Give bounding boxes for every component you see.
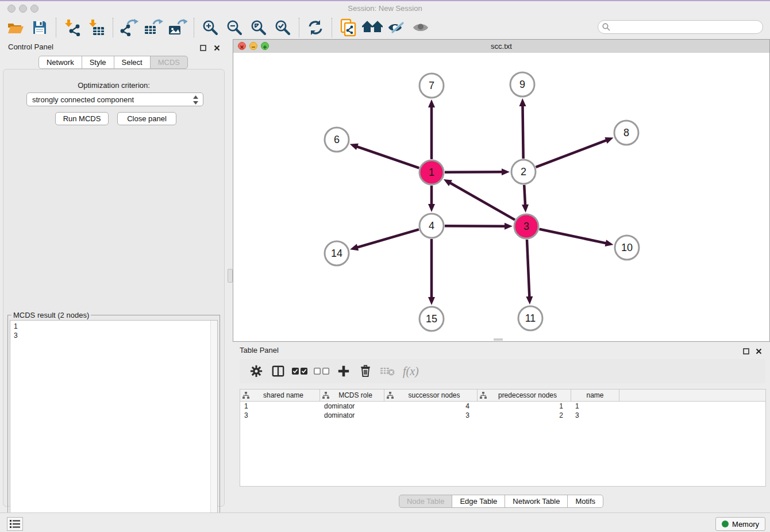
float-panel-icon[interactable]	[200, 43, 206, 53]
export-image-icon[interactable]	[167, 18, 188, 37]
import-network-icon[interactable]	[61, 18, 83, 37]
column-header-successor-nodes[interactable]: successor nodes	[384, 390, 478, 401]
cell-MCDS-role[interactable]: dominator	[320, 411, 384, 419]
zoom-out-icon[interactable]	[224, 18, 245, 37]
close-table-panel-icon[interactable]	[756, 346, 762, 357]
tab-style[interactable]: Style	[82, 56, 114, 69]
edge-arrowhead	[605, 240, 614, 246]
optimization-criterion-dropdown[interactable]: strongly connected component	[26, 92, 203, 106]
list-icon	[10, 520, 20, 528]
close-panel-button[interactable]: Close panel	[117, 112, 176, 125]
save-session-icon[interactable]	[29, 18, 51, 37]
function-builder-icon[interactable]: f(x)	[398, 361, 424, 381]
show-graphics-details-icon[interactable]	[410, 18, 432, 37]
table-options-icon[interactable]	[245, 361, 267, 381]
table-panel: Table Panel	[233, 342, 770, 512]
run-mcds-button[interactable]: Run MCDS	[55, 112, 109, 125]
edge-1-6[interactable]	[357, 147, 419, 168]
cell-shared-name[interactable]: 1	[240, 402, 320, 410]
export-table-icon[interactable]	[143, 18, 164, 37]
edge-3-11[interactable]	[527, 240, 529, 297]
toolbar-separator	[194, 18, 194, 37]
zoom-fit-icon[interactable]	[248, 18, 270, 37]
toolbar-separator	[299, 18, 299, 37]
edge-arrowhead	[428, 204, 435, 212]
optimization-criterion-label: Optimization criterion:	[3, 81, 224, 90]
column-header-shared-name[interactable]: shared name	[240, 390, 320, 401]
cell-successor-nodes[interactable]: 3	[384, 411, 478, 419]
cell-predecessor-nodes[interactable]: 2	[478, 411, 571, 419]
zoom-selected-icon[interactable]	[272, 18, 294, 37]
application-window: Session: New Session	[0, 0, 770, 532]
edge-2-3[interactable]	[524, 185, 525, 205]
column-header-name[interactable]: name	[571, 390, 619, 401]
open-session-icon[interactable]	[5, 18, 26, 37]
table-panel-title: Table Panel	[240, 346, 279, 354]
edge-arrowhead	[505, 223, 513, 230]
toolbar-separator	[113, 18, 113, 37]
edge-1-2[interactable]	[445, 172, 502, 172]
add-column-icon[interactable]	[333, 361, 355, 381]
close-panel-icon[interactable]	[214, 43, 220, 53]
toggle-column-view-icon[interactable]	[267, 361, 289, 381]
main-toolbar	[0, 16, 770, 39]
edge-2-8[interactable]	[536, 140, 607, 167]
column-header-MCDS-role[interactable]: MCDS role	[320, 390, 384, 401]
column-header-predecessor-nodes[interactable]: predecessor nodes	[478, 390, 571, 401]
table-tabs: Node TableEdge TableNetwork TableMotifs	[233, 495, 770, 508]
edge-2-9[interactable]	[522, 106, 523, 159]
edge-arrowhead	[502, 168, 510, 175]
tab-edge-table[interactable]: Edge Table	[452, 495, 505, 508]
network-graph[interactable]: 1234678910111415	[233, 53, 769, 341]
scrollbar-track[interactable]	[210, 321, 217, 527]
ndex-home-icon[interactable]	[361, 18, 383, 37]
hide-graphics-details-icon[interactable]	[386, 18, 407, 37]
export-network-icon[interactable]	[118, 18, 140, 37]
select-all-icon[interactable]	[289, 361, 311, 381]
cyndex-browser-icon[interactable]	[337, 18, 359, 37]
cell-name[interactable]: 3	[571, 411, 619, 419]
cell-predecessor-nodes[interactable]: 1	[478, 402, 571, 410]
delete-table-icon[interactable]	[376, 361, 398, 381]
refresh-view-icon[interactable]	[305, 18, 326, 37]
network-resize-handle[interactable]	[494, 338, 503, 341]
status-bar: Memory	[0, 512, 770, 532]
deselect-all-icon[interactable]	[311, 361, 333, 381]
table-row[interactable]: 3dominator323	[240, 411, 765, 420]
edge-3-1[interactable]	[450, 183, 515, 219]
mcds-result-title: MCDS result (2 nodes)	[11, 311, 91, 319]
panel-splitter[interactable]	[227, 39, 233, 512]
tab-node-table[interactable]: Node Table	[399, 495, 453, 508]
cell-name[interactable]: 1	[571, 402, 619, 410]
toolbar-separator	[56, 18, 56, 37]
mcds-result-list[interactable]: 13	[10, 320, 218, 527]
import-table-icon[interactable]	[86, 18, 107, 37]
tab-network[interactable]: Network	[38, 56, 82, 69]
memory-button[interactable]: Memory	[715, 517, 765, 531]
float-table-panel-icon[interactable]	[743, 346, 749, 357]
cell-MCDS-role[interactable]: dominator	[320, 402, 384, 410]
cell-successor-nodes[interactable]: 4	[384, 402, 478, 410]
delete-columns-icon[interactable]	[355, 361, 376, 381]
zoom-in-icon[interactable]	[199, 18, 221, 37]
column-header-filler	[619, 390, 765, 401]
edge-3-10[interactable]	[540, 229, 606, 244]
table-row[interactable]: 1dominator411	[240, 402, 765, 411]
node-table[interactable]: shared nameMCDS rolesuccessor nodesprede…	[240, 389, 766, 487]
cell-shared-name[interactable]: 3	[240, 411, 320, 419]
search-icon	[602, 23, 610, 33]
task-history-button[interactable]	[7, 517, 23, 531]
toolbar-separator	[332, 18, 332, 37]
edge-arrowhead	[605, 137, 613, 144]
edge-4-14[interactable]	[357, 229, 419, 247]
tab-select[interactable]: Select	[114, 56, 151, 69]
node-label-10: 10	[621, 242, 633, 253]
memory-label: Memory	[732, 520, 759, 529]
tab-network-table[interactable]: Network Table	[505, 495, 568, 508]
edge-arrowhead	[519, 98, 526, 106]
splitter-handle[interactable]	[228, 269, 233, 283]
search-input[interactable]	[598, 20, 763, 34]
tab-motifs[interactable]: Motifs	[567, 495, 603, 508]
edge-4-3[interactable]	[445, 226, 505, 226]
tab-mcds[interactable]: MCDS	[150, 56, 188, 69]
